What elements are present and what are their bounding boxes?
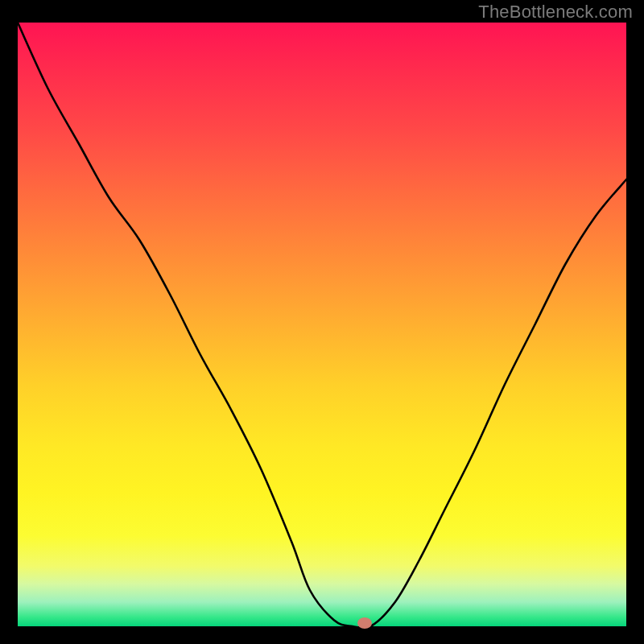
bottleneck-curve — [18, 23, 626, 629]
attribution-label: TheBottleneck.com — [478, 2, 633, 23]
optimum-marker — [357, 617, 372, 629]
plot-area — [18, 23, 626, 626]
chart-frame: TheBottleneck.com — [0, 0, 644, 644]
curve-svg — [18, 23, 626, 626]
